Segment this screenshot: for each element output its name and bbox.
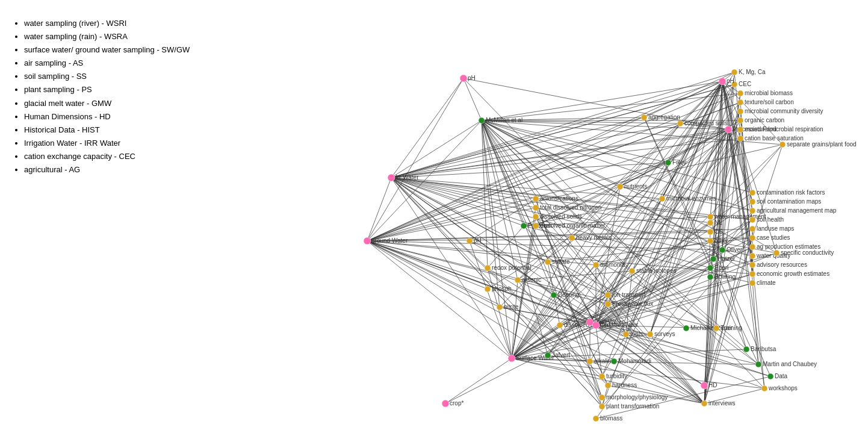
network-edge	[536, 199, 602, 398]
network-node[interactable]: workshops	[761, 385, 798, 391]
svg-point-48	[719, 247, 725, 253]
network-node[interactable]: Oliver	[719, 246, 743, 253]
network-node[interactable]: microbial biomass	[737, 90, 793, 96]
svg-point-60	[749, 262, 755, 268]
svg-point-45	[743, 346, 749, 352]
svg-point-63	[773, 250, 780, 256]
network-node[interactable]: texture/soil carbon	[737, 99, 794, 105]
svg-point-61	[749, 271, 755, 277]
node-label: moisture/microbial respiration	[745, 126, 823, 132]
svg-point-70	[737, 108, 743, 114]
network-node[interactable]: crop*	[442, 400, 463, 407]
network-edge	[463, 78, 482, 120]
svg-point-30	[605, 292, 611, 298]
svg-point-78	[707, 229, 713, 235]
network-node[interactable]: contamination risk factors	[749, 189, 825, 196]
svg-point-24	[617, 184, 623, 190]
network-container: pHMcMillan et alground WaterIrr Waterpho…	[259, 0, 867, 424]
svg-point-2	[364, 237, 371, 245]
network-node[interactable]: specific conductivity	[773, 249, 834, 256]
network-node[interactable]: organic carbon	[737, 117, 784, 123]
svg-point-20	[533, 196, 539, 202]
node-label: plant transformation	[606, 403, 659, 410]
svg-point-15	[521, 223, 527, 229]
network-edge	[704, 388, 764, 404]
network-node[interactable]: water management	[707, 213, 766, 220]
network-edge	[367, 241, 512, 358]
svg-point-11	[515, 277, 521, 283]
svg-point-10	[551, 292, 557, 298]
network-node[interactable]: Baributsa	[743, 346, 777, 352]
network-node[interactable]: Filley	[665, 159, 686, 166]
node-label: agricultural management map	[757, 207, 837, 214]
svg-point-28	[592, 322, 600, 329]
svg-point-21	[533, 205, 539, 211]
network-edge	[367, 120, 482, 241]
edges-group	[367, 72, 783, 419]
network-edge	[391, 178, 524, 226]
node-label: Martin and Chaubey	[763, 361, 817, 367]
network-node[interactable]: K, Mg, Ca	[731, 69, 766, 75]
network-edge	[445, 358, 512, 404]
network-edge	[560, 325, 602, 407]
node-label: Baributsa	[751, 346, 777, 352]
svg-point-73	[737, 136, 743, 142]
network-node[interactable]: advisory resources	[749, 261, 807, 268]
network-node[interactable]: microbial community diversity	[737, 108, 823, 114]
node-label: workshops	[768, 385, 798, 391]
svg-point-37	[599, 404, 605, 410]
network-edge	[596, 268, 710, 325]
network-node[interactable]: redox potential	[485, 264, 532, 271]
svg-point-43	[767, 373, 773, 379]
network-edge	[367, 241, 488, 289]
network-node[interactable]: ag production estimates	[749, 243, 820, 250]
network-edge	[391, 178, 602, 407]
node-label: microbial biomass	[745, 90, 793, 96]
network-edge	[560, 274, 752, 325]
svg-point-1	[479, 117, 485, 123]
network-node[interactable]: cation base saturation	[737, 135, 804, 142]
network-node[interactable]: surveys	[647, 331, 675, 337]
network-edge	[367, 208, 536, 241]
svg-point-76	[677, 120, 683, 126]
svg-point-33	[611, 358, 617, 364]
svg-point-32	[587, 358, 593, 364]
svg-point-39	[647, 331, 653, 337]
network-edge	[367, 78, 463, 241]
node-label: texture/soil carbon	[745, 99, 794, 105]
svg-point-58	[749, 244, 755, 250]
svg-point-74	[719, 78, 726, 85]
network-node[interactable]: Data	[767, 373, 788, 379]
network-node[interactable]: separate grains/plant food	[780, 141, 857, 148]
network-node[interactable]: CEC	[731, 81, 751, 87]
node-label: K, Mg, Ca	[739, 69, 766, 75]
svg-point-67	[731, 81, 737, 87]
network-node[interactable]: climate	[749, 279, 776, 286]
network-node[interactable]: interviews	[701, 400, 735, 407]
svg-point-66	[731, 69, 737, 75]
svg-point-13	[485, 265, 491, 271]
svg-point-46	[701, 382, 708, 389]
network-node[interactable]: Martin and Chaubey	[755, 361, 817, 367]
node-label: organic carbon	[745, 117, 784, 123]
node-label: case studies	[757, 234, 790, 241]
network-node[interactable]: economic growth estimates	[749, 270, 829, 277]
network-node[interactable]: plant transformation	[599, 403, 659, 410]
node-label: separate grains/plant food	[787, 141, 857, 148]
node-label: Mohammadi	[618, 358, 651, 364]
network-node[interactable]: pH	[460, 75, 476, 82]
svg-point-23	[533, 223, 539, 229]
svg-point-6	[442, 400, 449, 407]
svg-point-44	[761, 385, 767, 391]
svg-point-65	[780, 142, 786, 148]
node-label: microbial community diversity	[745, 108, 823, 114]
svg-point-59	[749, 253, 755, 259]
network-node[interactable]: moisture/microbial respiration	[737, 126, 823, 132]
network-edge	[512, 358, 614, 361]
svg-point-17	[545, 259, 551, 265]
network-svg: pHMcMillan et alground WaterIrr Waterpho…	[259, 0, 867, 424]
network-edge	[596, 145, 783, 325]
network-node[interactable]: Jafvert	[545, 352, 570, 358]
network-edge	[512, 250, 722, 358]
svg-point-31	[605, 301, 611, 307]
